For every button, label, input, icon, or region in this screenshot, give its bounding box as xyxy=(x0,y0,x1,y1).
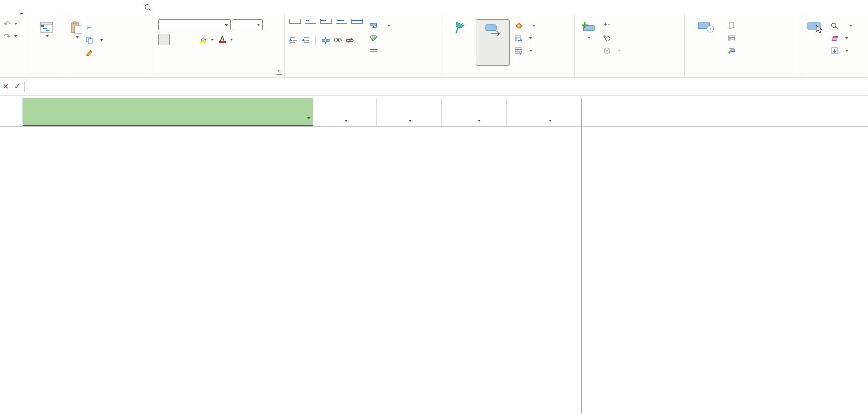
column-header-task-name[interactable] xyxy=(23,98,313,126)
pct-100-button[interactable] xyxy=(350,18,364,29)
clear-icon xyxy=(830,34,839,42)
accept-entry-icon[interactable]: ✓ xyxy=(12,82,23,91)
tab-file[interactable] xyxy=(0,0,14,14)
copy-icon xyxy=(85,36,94,44)
inspect-button[interactable]: ? xyxy=(515,19,535,32)
insert-deliverable-button[interactable] xyxy=(603,44,621,57)
redo-button[interactable]: ↷ xyxy=(0,30,27,42)
task-name-filter-icon[interactable] xyxy=(307,117,310,119)
entry-bar: ✕ ✓ xyxy=(0,77,868,96)
tab-report[interactable] xyxy=(43,0,58,14)
font-family-select[interactable] xyxy=(158,19,231,30)
tell-me-search[interactable] xyxy=(144,3,156,12)
italic-button[interactable] xyxy=(170,34,181,45)
tab-view[interactable] xyxy=(72,0,87,14)
cut-button[interactable]: ✂ xyxy=(85,21,103,34)
paste-icon xyxy=(70,21,82,35)
details-button[interactable] xyxy=(727,32,738,44)
undo-icon: ↶ xyxy=(4,19,10,28)
column-header-finish[interactable] xyxy=(507,98,581,126)
scroll-to-task-icon xyxy=(807,21,823,34)
fill-icon xyxy=(830,47,839,55)
mark-on-track-button[interactable] xyxy=(369,19,390,32)
duration-filter-icon[interactable] xyxy=(409,120,412,122)
gantt-chart-body[interactable] xyxy=(582,127,868,413)
tab-task[interactable] xyxy=(14,0,29,14)
ribbon-group-font: A ↘ xyxy=(153,14,285,77)
svg-text:?: ? xyxy=(518,24,520,28)
percent-complete-buttons xyxy=(288,18,364,29)
column-header-start[interactable] xyxy=(442,98,507,126)
pct-0-button[interactable] xyxy=(288,18,302,29)
finish-filter-icon[interactable] xyxy=(549,120,552,122)
indent-task-button[interactable] xyxy=(301,36,310,44)
tab-project[interactable] xyxy=(58,0,72,14)
tab-gantt-chart-format[interactable] xyxy=(116,0,130,14)
background-color-icon xyxy=(199,35,207,44)
pct-75-button[interactable] xyxy=(335,18,348,29)
pct-50-button[interactable] xyxy=(319,18,333,29)
format-painter-icon xyxy=(85,49,94,57)
insert-task-button[interactable] xyxy=(579,20,598,77)
tab-help[interactable] xyxy=(101,0,116,14)
cut-icon: ✂ xyxy=(85,24,94,32)
ribbon-group-insert xyxy=(575,14,685,77)
notes-button[interactable] xyxy=(727,19,738,32)
column-header-duration[interactable] xyxy=(377,98,442,126)
entry-field[interactable] xyxy=(26,80,866,93)
insert-milestone-button[interactable] xyxy=(603,32,621,44)
paste-button[interactable] xyxy=(68,20,84,77)
inactivate-button[interactable] xyxy=(369,44,390,57)
add-to-timeline-icon xyxy=(727,47,735,55)
pct-25-button[interactable] xyxy=(304,18,317,29)
background-color-button[interactable] xyxy=(197,34,209,45)
tab-developer[interactable] xyxy=(87,0,101,14)
font-dialog-launcher[interactable]: ↘ xyxy=(276,69,282,75)
add-to-timeline-button[interactable] xyxy=(727,44,738,57)
row-id-header[interactable] xyxy=(0,98,23,126)
outdent-task-button[interactable] xyxy=(289,36,298,44)
font-color-button[interactable]: A xyxy=(217,34,228,45)
pct-complete-filter-icon[interactable] xyxy=(345,120,348,122)
mode-button[interactable]: ? xyxy=(515,44,535,57)
ribbon-group-editing xyxy=(800,14,868,77)
insert-task-icon xyxy=(581,21,596,34)
copy-button[interactable] xyxy=(85,34,103,46)
details-icon xyxy=(727,34,735,42)
mark-on-track-icon xyxy=(369,22,378,30)
gantt-chart-button[interactable] xyxy=(33,20,59,77)
find-icon xyxy=(830,22,839,30)
link-tasks-button[interactable] xyxy=(334,36,342,44)
information-button[interactable]: i xyxy=(688,20,724,77)
insert-milestone-icon xyxy=(603,34,611,42)
ribbon-group-schedule xyxy=(285,14,441,77)
find-button[interactable] xyxy=(830,19,852,32)
bold-button[interactable] xyxy=(158,34,170,45)
timescale-header[interactable] xyxy=(582,98,868,127)
ribbon-group-view xyxy=(27,14,65,77)
fill-button[interactable] xyxy=(830,44,852,57)
split-task-button[interactable] xyxy=(322,36,330,44)
inspect-icon: ? xyxy=(515,22,523,30)
move-button[interactable] xyxy=(515,32,535,44)
cancel-entry-icon[interactable]: ✕ xyxy=(0,82,12,91)
inactivate-icon xyxy=(369,47,378,55)
insert-summary-button[interactable] xyxy=(603,19,621,32)
column-header-pct-complete[interactable] xyxy=(313,98,377,126)
respect-links-button[interactable] xyxy=(369,32,390,44)
clear-button[interactable] xyxy=(830,32,852,44)
unlink-tasks-button[interactable] xyxy=(346,36,354,44)
mode-icon: ? xyxy=(515,47,523,55)
insert-summary-icon xyxy=(603,22,611,30)
font-size-select[interactable] xyxy=(233,19,263,30)
auto-schedule-button[interactable] xyxy=(476,19,510,66)
ribbon-group-properties: i xyxy=(685,14,800,77)
undo-button[interactable]: ↶ xyxy=(0,17,27,30)
manually-schedule-button[interactable] xyxy=(443,19,475,77)
format-painter-button[interactable] xyxy=(85,46,103,59)
move-icon xyxy=(515,34,523,42)
tab-resource[interactable] xyxy=(29,0,43,14)
start-filter-icon[interactable] xyxy=(478,120,481,122)
scroll-to-task-button[interactable] xyxy=(802,20,827,77)
underline-button[interactable] xyxy=(181,34,193,45)
